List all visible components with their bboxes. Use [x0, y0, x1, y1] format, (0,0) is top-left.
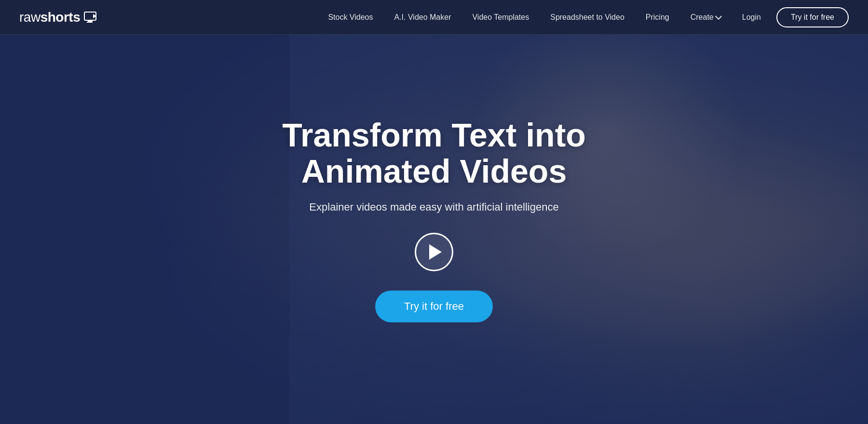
- logo-icon: [84, 12, 98, 23]
- nav-item-stock-videos[interactable]: Stock Videos: [317, 13, 383, 22]
- hero-try-free-button[interactable]: Try it for free: [375, 291, 493, 322]
- logo[interactable]: rawshorts: [19, 10, 98, 25]
- navbar: rawshorts Stock Videos A.I. Video Maker …: [0, 0, 868, 35]
- hero-section: rawshorts Stock Videos A.I. Video Maker …: [0, 0, 868, 424]
- logo-text: rawshorts: [19, 10, 80, 25]
- play-icon: [429, 244, 442, 260]
- nav-item-video-templates[interactable]: Video Templates: [461, 13, 540, 22]
- nav-item-pricing[interactable]: Pricing: [635, 13, 680, 22]
- hero-title: Transform Text into Animated Videos: [217, 117, 651, 189]
- hero-subtitle: Explainer videos made easy with artifici…: [309, 201, 558, 213]
- play-button[interactable]: [415, 233, 453, 271]
- nav-try-free-button[interactable]: Try it for free: [776, 7, 849, 27]
- nav-item-ai-video-maker[interactable]: A.I. Video Maker: [384, 13, 462, 22]
- chevron-down-icon: [715, 13, 722, 20]
- nav-item-create[interactable]: Create: [680, 13, 732, 22]
- hero-content: Transform Text into Animated Videos Expl…: [0, 35, 868, 424]
- nav-item-spreadsheet-to-video[interactable]: Spreadsheet to Video: [540, 13, 635, 22]
- login-link[interactable]: Login: [732, 13, 772, 22]
- nav-links: Stock Videos A.I. Video Maker Video Temp…: [317, 13, 731, 22]
